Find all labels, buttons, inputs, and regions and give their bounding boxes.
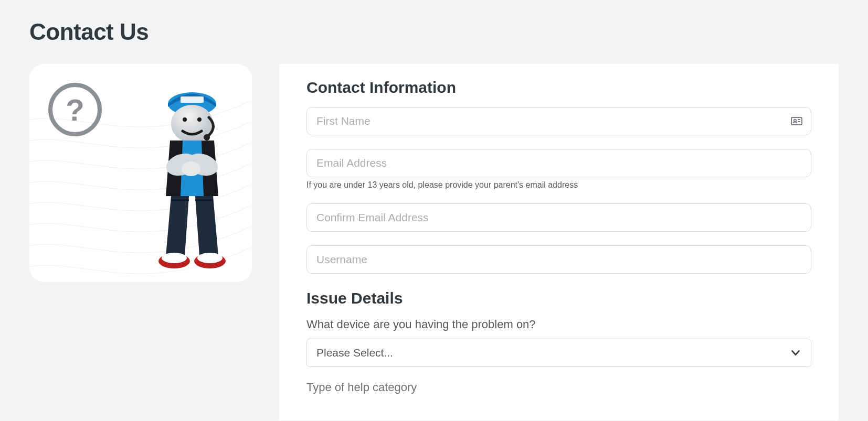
svg-point-13 — [197, 253, 223, 263]
device-select-value: Please Select... — [316, 347, 393, 359]
email-input[interactable] — [306, 149, 811, 177]
svg-point-4 — [183, 117, 187, 122]
confirm-email-field-wrap — [306, 203, 811, 232]
svg-point-5 — [197, 117, 202, 122]
svg-point-9 — [182, 161, 200, 176]
first-name-field-wrap — [306, 107, 811, 135]
id-card-icon — [790, 115, 803, 127]
chevron-down-icon — [790, 347, 801, 359]
svg-rect-1 — [181, 96, 204, 103]
page-title: Contact Us — [29, 19, 839, 45]
help-category-label: Type of help category — [306, 381, 811, 394]
contact-info-heading: Contact Information — [306, 79, 811, 96]
device-select-wrap: Please Select... — [306, 339, 811, 367]
device-select[interactable]: Please Select... — [306, 339, 811, 367]
username-field-wrap — [306, 245, 811, 274]
confirm-email-input[interactable] — [306, 203, 811, 232]
username-input[interactable] — [306, 245, 811, 274]
email-field-wrap: If you are under 13 years old, please pr… — [306, 149, 811, 190]
help-sidebar-card: ? — [29, 64, 252, 282]
issue-details-heading: Issue Details — [306, 289, 811, 307]
email-helper-text: If you are under 13 years old, please pr… — [306, 180, 811, 190]
first-name-input[interactable] — [306, 107, 811, 135]
svg-point-11 — [162, 253, 187, 263]
svg-point-6 — [204, 134, 210, 141]
device-question-label: What device are you having the problem o… — [306, 318, 811, 331]
roblox-avatar — [140, 86, 245, 275]
contact-form-card: Contact Information If you are under 13 … — [279, 64, 839, 420]
question-icon: ? — [48, 83, 102, 136]
